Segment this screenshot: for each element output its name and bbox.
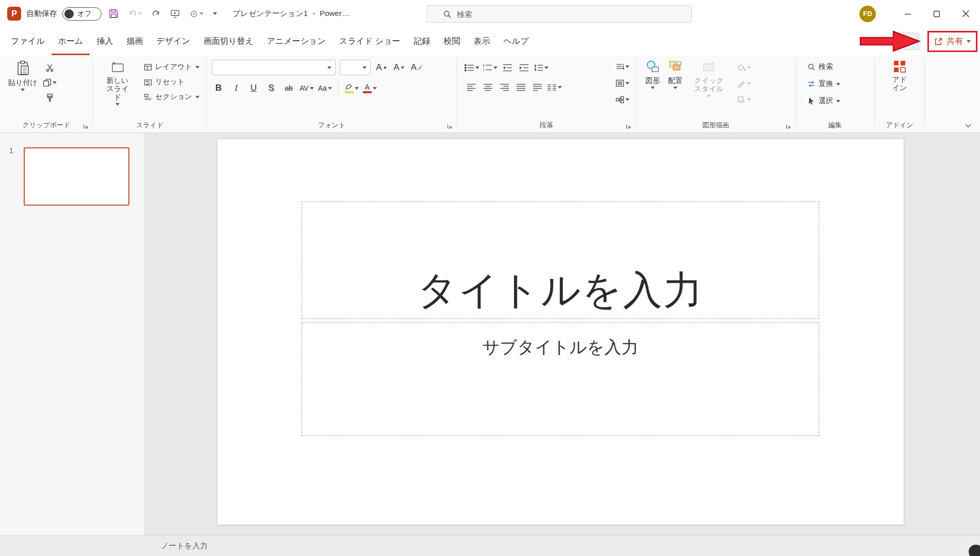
slide-thumbnail[interactable]: [24, 147, 129, 206]
addins-button[interactable]: アドイン: [892, 60, 907, 92]
tab-home[interactable]: ホーム: [52, 27, 90, 55]
shrink-font-button[interactable]: A: [392, 61, 406, 74]
reset-button[interactable]: リセット: [142, 76, 202, 88]
slide-editor[interactable]: タイトルを入力 サブタイトルを入力: [217, 139, 904, 525]
italic-button[interactable]: I: [229, 81, 243, 95]
font-color-button[interactable]: A: [363, 81, 377, 95]
new-slide-button[interactable]: 新しいスライド: [101, 60, 135, 106]
save-button[interactable]: [107, 7, 121, 21]
touch-mouse-mode-button[interactable]: [187, 7, 206, 21]
ribbon-tab-row: ファイル ホーム 挿入 描画 デザイン 画面切り替え アニメーション スライド …: [0, 27, 980, 55]
quick-access-customize-button[interactable]: [211, 10, 219, 17]
copy-button[interactable]: [43, 76, 57, 89]
strikethrough-button[interactable]: ab: [282, 81, 295, 95]
paragraph-dialog-launcher[interactable]: [625, 123, 632, 130]
chevron-down-icon: [213, 12, 217, 15]
align-text-button[interactable]: [616, 76, 629, 90]
italic-label: I: [235, 83, 238, 93]
subtitle-placeholder[interactable]: サブタイトルを入力: [302, 322, 819, 436]
text-highlight-color-button[interactable]: [345, 81, 359, 95]
increase-indent-button[interactable]: [517, 61, 530, 74]
paste-button[interactable]: 貼り付け: [8, 60, 38, 104]
ribbon-group-clipboard: 貼り付け クリップボード: [0, 55, 93, 132]
tab-slideshow[interactable]: スライド ショー: [333, 27, 407, 55]
undo-button[interactable]: [126, 7, 144, 21]
tab-design[interactable]: デザイン: [150, 27, 197, 55]
replace-button[interactable]: 置換: [805, 78, 874, 90]
quick-styles-button[interactable]: クイック スタイル: [691, 60, 727, 106]
line-spacing-button[interactable]: [534, 61, 549, 74]
shape-fill-button[interactable]: [737, 61, 751, 74]
tab-insert[interactable]: 挿入: [90, 27, 120, 55]
decrease-indent-button[interactable]: [501, 61, 514, 74]
chevron-down-icon: [327, 66, 331, 69]
format-painter-button[interactable]: [43, 91, 57, 104]
character-spacing-button[interactable]: AV: [300, 81, 314, 95]
convert-to-smartart-button[interactable]: [616, 93, 629, 106]
text-shadow-button[interactable]: S: [264, 81, 278, 95]
avatar[interactable]: FD: [859, 6, 876, 22]
autosave-toggle[interactable]: オフ: [62, 7, 102, 21]
shape-effects-button[interactable]: [737, 93, 751, 106]
title-placeholder[interactable]: タイトルを入力: [302, 201, 819, 319]
distribute-button[interactable]: [530, 80, 544, 94]
collapse-ribbon-button[interactable]: [965, 123, 972, 128]
numbering-button[interactable]: [483, 61, 497, 74]
line-spacing-icon: [534, 64, 543, 72]
autosave-state: オフ: [77, 9, 92, 19]
section-button[interactable]: セクション: [142, 91, 202, 103]
text-direction-button[interactable]: [616, 60, 629, 73]
justify-button[interactable]: [514, 80, 527, 94]
corner-widget[interactable]: [969, 545, 980, 556]
align-center-button[interactable]: [481, 80, 494, 94]
cut-button[interactable]: [43, 61, 57, 74]
font-name-combo[interactable]: [212, 60, 336, 75]
chevron-down-icon: [195, 66, 200, 69]
tab-transitions[interactable]: 画面切り替え: [197, 27, 260, 55]
select-button[interactable]: 選択: [805, 95, 874, 107]
arrange-button[interactable]: 配置: [668, 60, 683, 106]
font-size-combo[interactable]: [340, 60, 371, 75]
find-button[interactable]: 検索: [805, 61, 874, 73]
tab-view[interactable]: 表示: [467, 27, 496, 55]
chevron-down-icon: [195, 96, 200, 98]
tab-review[interactable]: 校閲: [437, 27, 467, 55]
columns-button[interactable]: [547, 80, 562, 94]
share-label: 共有: [946, 36, 963, 47]
chevron-down-icon: [625, 98, 629, 101]
drawing-dialog-launcher[interactable]: [785, 123, 792, 130]
shapes-button[interactable]: 図形: [645, 60, 660, 106]
minimize-button[interactable]: [893, 0, 922, 27]
underline-button[interactable]: U: [247, 81, 260, 95]
tab-file[interactable]: ファイル: [4, 27, 52, 55]
grow-font-button[interactable]: A: [375, 61, 388, 74]
align-left-button[interactable]: [464, 80, 478, 94]
reset-icon: [144, 78, 152, 86]
tab-animations[interactable]: アニメーション: [260, 27, 333, 55]
notes-bar[interactable]: ノートを入力: [0, 535, 980, 556]
clear-formatting-button[interactable]: A: [410, 61, 423, 74]
start-from-beginning-button[interactable]: [168, 7, 182, 21]
dialog-launcher-icon: [82, 123, 89, 129]
maximize-button[interactable]: [922, 0, 951, 27]
search-box[interactable]: [427, 5, 692, 23]
powerpoint-logo-icon[interactable]: P: [7, 7, 21, 21]
layout-button[interactable]: レイアウト: [142, 61, 202, 73]
chevron-down-icon: [747, 98, 751, 101]
replace-label: 置換: [819, 79, 833, 89]
clipboard-dialog-launcher[interactable]: [82, 123, 89, 130]
font-dialog-launcher[interactable]: [446, 123, 453, 130]
bullets-button[interactable]: [464, 61, 479, 74]
save-icon: [109, 9, 119, 19]
tab-draw[interactable]: 描画: [120, 27, 150, 55]
bold-button[interactable]: B: [212, 81, 225, 95]
shape-outline-button[interactable]: [737, 77, 751, 90]
redo-button[interactable]: [150, 7, 163, 21]
change-case-button[interactable]: Aa: [318, 81, 332, 95]
search-input[interactable]: [457, 10, 663, 19]
share-button[interactable]: 共有: [929, 33, 975, 50]
tab-help[interactable]: ヘルプ: [496, 27, 535, 55]
close-button[interactable]: [951, 0, 980, 27]
align-right-button[interactable]: [497, 80, 511, 94]
tab-record[interactable]: 記録: [407, 27, 437, 55]
